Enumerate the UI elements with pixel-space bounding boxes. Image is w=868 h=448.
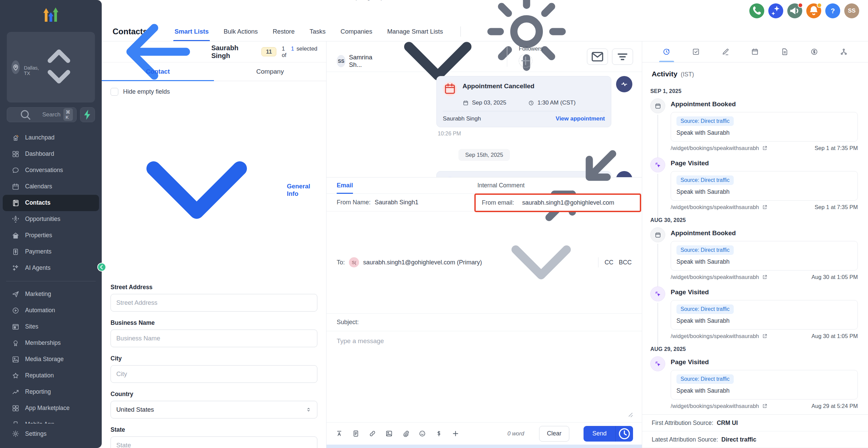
activity-panel-tabs: [642, 41, 868, 62]
compose-email-button[interactable]: [587, 49, 608, 65]
bcc-button[interactable]: BCC: [619, 259, 632, 266]
sidebar-item-ai-agents[interactable]: AI Agents: [3, 260, 99, 276]
timeline-entry: Appointment Booked Source: Direct traffi…: [650, 99, 858, 151]
sidebar-item-reputation[interactable]: Reputation: [3, 368, 99, 384]
sidebar-item-opportunities[interactable]: Opportunities: [3, 211, 99, 227]
filter-button[interactable]: [612, 49, 633, 65]
user-avatar[interactable]: SS: [844, 3, 859, 18]
external-link-icon: [762, 145, 768, 151]
clear-button[interactable]: Clear: [539, 426, 569, 442]
entry-url-link[interactable]: /widget/bookings/speakwithsaurabh: [671, 145, 768, 151]
phone-icon[interactable]: [749, 3, 764, 18]
tab-restore[interactable]: Restore: [273, 22, 295, 41]
entry-url-link[interactable]: /widget/bookings/speakwithsaurabh: [671, 403, 768, 409]
sidebar-item-mobile-app[interactable]: Mobile App: [3, 416, 99, 424]
sidebar-item-app-marketplace[interactable]: App Marketplace: [3, 400, 99, 416]
vertical-divider: [598, 257, 598, 267]
cc-button[interactable]: CC: [605, 259, 613, 266]
sidebar-item-label: Memberships: [25, 339, 61, 347]
payment-icon[interactable]: [435, 430, 443, 437]
sidebar-item-dashboard[interactable]: Dashboard: [3, 146, 99, 162]
field-select-country[interactable]: United States: [111, 401, 317, 418]
appointment-card[interactable]: Appointment Cancelled Sep 03, 2025 1:30 …: [436, 76, 611, 127]
image-icon[interactable]: [385, 430, 393, 437]
field-input-business-name[interactable]: Business Name: [111, 330, 317, 347]
hide-empty-fields-toggle[interactable]: Hide empty fields: [111, 88, 317, 96]
view-appointment-link[interactable]: View appointment: [556, 115, 605, 122]
tab-tasks[interactable]: Tasks: [310, 22, 326, 41]
emoji-icon[interactable]: [418, 430, 426, 437]
general-info-section-toggle[interactable]: General Info: [111, 104, 317, 276]
resize-handle[interactable]: [628, 412, 633, 417]
search-input[interactable]: Search ⌘ K: [7, 107, 77, 122]
documents-tab[interactable]: [775, 41, 794, 62]
help-glyph: ?: [831, 7, 835, 15]
sidebar-item-payments[interactable]: Payments: [3, 244, 99, 260]
sidebar-item-launchpad[interactable]: Launchpad: [3, 130, 99, 146]
field-input-street-address[interactable]: Street Address: [111, 294, 317, 312]
associations-tab[interactable]: [834, 41, 853, 62]
source-chip: Source: Direct traffic: [676, 116, 734, 126]
attachment-icon[interactable]: [402, 430, 410, 437]
sidebar-item-conversations[interactable]: Conversations: [3, 162, 99, 179]
subject-row[interactable]: Subject:: [327, 314, 642, 331]
add-follower-button[interactable]: [519, 54, 532, 68]
sidebar-item-calendars[interactable]: Calendars: [3, 179, 99, 195]
field-input-state[interactable]: State: [111, 436, 317, 448]
message-body-input[interactable]: Type a message: [327, 331, 642, 422]
entry-url-link[interactable]: /widget/bookings/speakwithsaurabh: [671, 274, 768, 280]
logo-arrows-icon: [40, 5, 62, 24]
sidebar-collapse-button[interactable]: [97, 263, 106, 272]
internal-comment-toggle[interactable]: Internal Comment: [477, 182, 525, 189]
sidebar-item-contacts[interactable]: Contacts: [3, 195, 99, 211]
to-value[interactable]: saurabh.singh1@gohighlevel.com (Primary): [363, 259, 482, 266]
tab-company[interactable]: Company: [214, 62, 326, 81]
feed-appointment-card: Appointment Cancelled Sep 03, 2025 1:30 …: [327, 76, 642, 144]
sidebar-item-automation[interactable]: Automation: [3, 302, 99, 319]
placeholder-text: Street Address: [116, 299, 157, 306]
notes-tab[interactable]: [716, 41, 735, 62]
timeline-entry: Page Visited Source: Direct traffic Spea…: [650, 158, 858, 210]
bell-icon[interactable]: [806, 3, 821, 18]
send-button[interactable]: Send: [584, 426, 615, 442]
chevron-up-down-icon: [28, 35, 90, 99]
payments-tab[interactable]: [805, 41, 824, 62]
account-switcher[interactable]: [Do not Test ] Produ... Dallas, TX: [7, 32, 95, 102]
link-icon[interactable]: [369, 430, 376, 437]
checkbox-icon[interactable]: [111, 88, 118, 96]
sidebar-item-reporting[interactable]: Reporting: [3, 384, 99, 400]
quick-actions-button[interactable]: [80, 107, 95, 122]
entry-timestamp: Aug 29 at 5:24 PM: [811, 403, 858, 409]
sidebar-item-memberships[interactable]: Memberships: [3, 335, 99, 351]
activity-tab[interactable]: [657, 41, 676, 62]
sidebar-item-sites[interactable]: Sites: [3, 319, 99, 335]
megaphone-icon[interactable]: [787, 3, 802, 18]
tab-smart-lists[interactable]: Smart Lists: [175, 22, 209, 41]
sidebar-item-settings[interactable]: Settings: [3, 426, 99, 442]
tab-contact[interactable]: Contact: [102, 62, 214, 81]
entry-card: Source: Direct traffic Speak with Saurab…: [671, 171, 858, 201]
entry-url-link[interactable]: /widget/bookings/speakwithsaurabh: [671, 204, 768, 210]
entry-url-link[interactable]: /widget/bookings/speakwithsaurabh: [671, 333, 768, 339]
sidebar-item-marketing[interactable]: Marketing: [3, 286, 99, 302]
sidebar-item-media-storage[interactable]: Media Storage: [3, 351, 99, 368]
pencil-icon: [721, 48, 730, 56]
tab-bulk-actions[interactable]: Bulk Actions: [223, 22, 258, 41]
help-icon[interactable]: ?: [825, 3, 840, 18]
appointments-tab[interactable]: [746, 41, 765, 62]
ai-sparkles-icon[interactable]: [768, 3, 783, 18]
contact-count-badge[interactable]: 11: [261, 47, 276, 56]
from-email-value[interactable]: saurabh.singh1@gohighlevel.com: [522, 199, 614, 206]
plus-icon[interactable]: [452, 430, 459, 437]
email-tab[interactable]: Email: [337, 178, 353, 193]
tab-manage-smart-lists[interactable]: Manage Smart Lists: [387, 22, 443, 41]
tab-companies[interactable]: Companies: [340, 22, 372, 41]
field-input-city[interactable]: City: [111, 365, 317, 383]
sidebar-item-properties[interactable]: Properties: [3, 227, 99, 244]
chevron-down-icon[interactable]: [490, 211, 592, 313]
schedule-send-button[interactable]: [615, 426, 633, 442]
from-name-value[interactable]: Saurabh Singh1: [375, 199, 418, 206]
format-text-icon[interactable]: [335, 430, 343, 437]
template-icon[interactable]: [352, 430, 360, 437]
tasks-tab[interactable]: [687, 41, 706, 62]
